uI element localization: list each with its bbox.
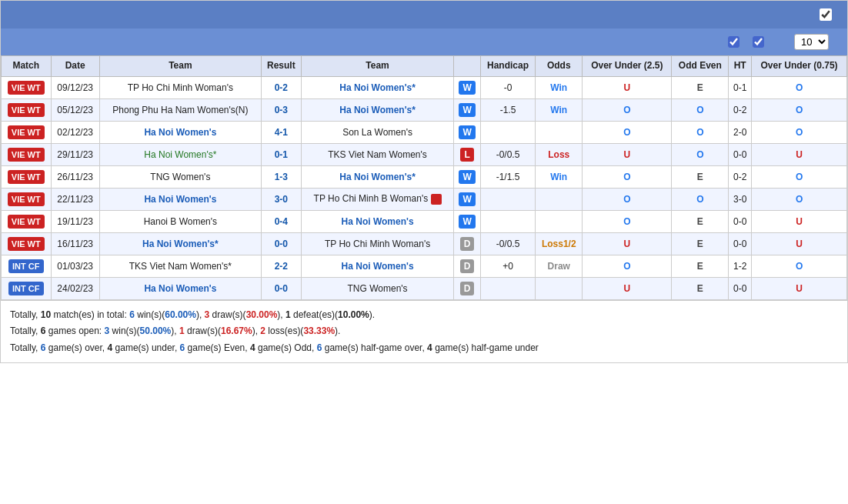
table-row: VIE WT 16/11/23 Ha Noi Women's* 0-0 TP H…	[2, 232, 847, 255]
over-under-075-cell: U	[752, 277, 847, 299]
over-under-25-cell: O	[583, 188, 672, 210]
match-result: 0-4	[261, 210, 301, 232]
match-result: 1-3	[261, 165, 301, 188]
ht-cell: 0-0	[729, 143, 752, 165]
team1-name: Ha Noi Women's	[99, 277, 261, 299]
ht-cell: 0-2	[729, 98, 752, 121]
open-loss-pct: 33.33%	[303, 325, 335, 336]
odds-cell: Win	[536, 76, 583, 98]
team2-name: TKS Viet Nam Women's	[301, 143, 454, 165]
games-odd: 4	[250, 342, 255, 353]
match-result: 0-0	[261, 277, 301, 299]
ht-cell: 3-0	[729, 188, 752, 210]
col-blank	[454, 56, 480, 77]
vie-wt-checkbox[interactable]	[753, 36, 764, 48]
team1-name: TNG Women's	[99, 165, 261, 188]
open-draw-pct: 16.67%	[221, 325, 252, 336]
odd-even-cell: O	[672, 188, 729, 210]
league-badge: VIE WT	[2, 210, 52, 232]
league-badge: INT CF	[2, 277, 52, 299]
odds-cell	[536, 188, 583, 210]
col-match: Match	[2, 56, 52, 77]
ht-cell: 1-2	[729, 255, 752, 277]
over-under-075-cell: O	[752, 255, 847, 277]
red-card-icon	[431, 194, 442, 205]
league-label: INT CF	[8, 259, 43, 273]
match-result: 2-2	[261, 255, 301, 277]
games-halfunder: 4	[427, 342, 432, 353]
league-label: VIE WT	[8, 237, 45, 251]
league-badge: VIE WT	[2, 165, 52, 188]
games-even: 6	[180, 342, 185, 353]
handicap-cell: -1/1.5	[480, 165, 536, 188]
ht-cell: 2-0	[729, 121, 752, 143]
summary-line2: Totally, 6 games open: 3 win(s)(50.00%),…	[10, 323, 838, 340]
int-cf-filter	[728, 36, 743, 48]
match-date: 16/11/23	[51, 232, 99, 255]
match-result: 4-1	[261, 121, 301, 143]
table-row: VIE WT 05/12/23 Phong Phu Ha Nam Women's…	[2, 98, 847, 121]
match-result: 0-1	[261, 143, 301, 165]
team2-name: Ha Noi Women's	[301, 255, 454, 277]
match-result: 3-0	[261, 188, 301, 210]
team2-name: Ha Noi Women's*	[301, 98, 454, 121]
odds-cell	[536, 277, 583, 299]
table-row: VIE WT 02/12/23 Ha Noi Women's 4-1 Son L…	[2, 121, 847, 143]
odd-even-cell: O	[672, 143, 729, 165]
team1-name: Phong Phu Ha Nam Women's(N)	[99, 98, 261, 121]
over-under-25-cell: O	[583, 165, 672, 188]
games-select[interactable]: 10 5 15 20 25 30 40 50 All	[794, 34, 829, 50]
outcome-cell: L	[454, 143, 480, 165]
over-under-075-cell: U	[752, 210, 847, 232]
open-losses: 2	[260, 325, 265, 336]
team2-name: Ha Noi Women's	[301, 210, 454, 232]
total-wins: 6	[129, 309, 135, 320]
league-label: VIE WT	[8, 103, 45, 117]
match-date: 19/11/23	[51, 210, 99, 232]
league-badge: VIE WT	[2, 121, 52, 143]
league-label: VIE WT	[8, 125, 45, 139]
over-under-075-cell: O	[752, 121, 847, 143]
col-ht: HT	[729, 56, 752, 77]
odd-even-cell: E	[672, 165, 729, 188]
display-notes-checkbox[interactable]	[820, 8, 832, 21]
odds-cell	[536, 210, 583, 232]
table-row: VIE WT 22/11/23 Ha Noi Women's 3-0 TP Ho…	[2, 188, 847, 210]
int-cf-checkbox[interactable]	[728, 36, 739, 48]
over-under-25-cell: O	[583, 98, 672, 121]
over-under-25-cell: U	[583, 76, 672, 98]
league-label: VIE WT	[8, 81, 45, 95]
league-badge: VIE WT	[2, 98, 52, 121]
over-under-075-cell: O	[752, 165, 847, 188]
outcome-cell: W	[454, 188, 480, 210]
odd-even-cell: O	[672, 121, 729, 143]
open-win-pct: 50.00%	[140, 325, 172, 336]
team2-name: TNG Women's	[301, 277, 454, 299]
handicap-cell: -0	[480, 76, 536, 98]
table-row: VIE WT 19/11/23 Hanoi B Women's 0-4 Ha N…	[2, 210, 847, 232]
total-matches: 10	[41, 309, 51, 320]
games-under: 4	[108, 342, 113, 353]
col-over-under-075: Over Under (0.75)	[752, 56, 847, 77]
col-team1: Team	[99, 56, 261, 77]
handicap-cell	[480, 188, 536, 210]
header	[1, 1, 847, 28]
league-badge: VIE WT	[2, 76, 52, 98]
over-under-25-cell: O	[583, 121, 672, 143]
team1-name: Hanoi B Women's	[99, 210, 261, 232]
league-label: VIE WT	[8, 170, 45, 184]
open-wins: 3	[105, 325, 110, 336]
team1-name: TP Ho Chi Minh Woman's	[99, 76, 261, 98]
league-label: VIE WT	[8, 215, 45, 229]
ht-cell: 0-0	[729, 210, 752, 232]
over-under-25-cell: O	[583, 255, 672, 277]
draw-pct: 30.00%	[246, 309, 278, 320]
over-under-25-cell: U	[583, 232, 672, 255]
table-row: VIE WT 26/11/23 TNG Women's 1-3 Ha Noi W…	[2, 165, 847, 188]
over-under-075-cell: U	[752, 143, 847, 165]
handicap-cell: -0/0.5	[480, 143, 536, 165]
team2-name: TP Ho Chi Minh Woman's	[301, 232, 454, 255]
team1-name: Ha Noi Women's*	[99, 232, 261, 255]
match-date: 02/12/23	[51, 121, 99, 143]
summary-line3: Totally, 6 game(s) over, 4 game(s) under…	[10, 340, 838, 357]
